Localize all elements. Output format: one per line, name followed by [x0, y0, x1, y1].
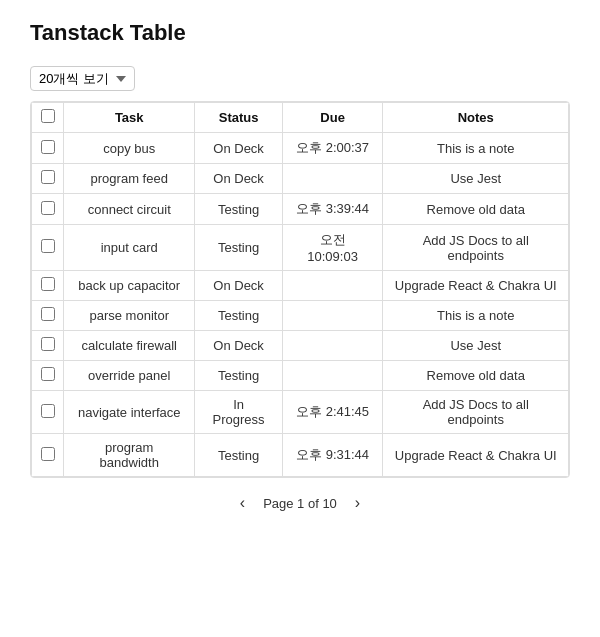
row-checkbox[interactable] — [41, 404, 55, 418]
row-checkbox-cell — [32, 164, 64, 194]
row-checkbox-cell — [32, 225, 64, 271]
cell-due — [282, 361, 383, 391]
cell-status: Testing — [195, 225, 282, 271]
cell-notes: This is a note — [383, 301, 569, 331]
cell-task: parse monitor — [64, 301, 195, 331]
header-due: Due — [282, 103, 383, 133]
pagination-label: Page 1 of 10 — [263, 496, 337, 511]
cell-due: 오전 10:09:03 — [282, 225, 383, 271]
row-checkbox-cell — [32, 434, 64, 477]
cell-due: 오후 2:00:37 — [282, 133, 383, 164]
cell-notes: Upgrade React & Chakra UI — [383, 434, 569, 477]
table-row: input cardTesting오전 10:09:03Add JS Docs … — [32, 225, 569, 271]
header-notes: Notes — [383, 103, 569, 133]
select-all-checkbox[interactable] — [41, 109, 55, 123]
table-row: copy busOn Deck오후 2:00:37This is a note — [32, 133, 569, 164]
cell-task: calculate firewall — [64, 331, 195, 361]
cell-task: program bandwidth — [64, 434, 195, 477]
cell-status: Testing — [195, 434, 282, 477]
cell-task: connect circuit — [64, 194, 195, 225]
row-checkbox-cell — [32, 271, 64, 301]
header-checkbox-cell — [32, 103, 64, 133]
cell-notes: Use Jest — [383, 331, 569, 361]
row-checkbox-cell — [32, 331, 64, 361]
table-row: program bandwidthTesting오후 9:31:44Upgrad… — [32, 434, 569, 477]
cell-notes: Upgrade React & Chakra UI — [383, 271, 569, 301]
data-table: Task Status Due Notes copy busOn Deck오후 … — [31, 102, 569, 477]
cell-status: On Deck — [195, 271, 282, 301]
cell-due: 오후 2:41:45 — [282, 391, 383, 434]
cell-notes: This is a note — [383, 133, 569, 164]
table-header-row: Task Status Due Notes — [32, 103, 569, 133]
cell-due — [282, 331, 383, 361]
row-checkbox-cell — [32, 194, 64, 225]
row-checkbox[interactable] — [41, 447, 55, 461]
page-title: Tanstack Table — [30, 20, 570, 46]
row-checkbox-cell — [32, 361, 64, 391]
cell-task: copy bus — [64, 133, 195, 164]
cell-notes: Remove old data — [383, 194, 569, 225]
cell-due: 오후 3:39:44 — [282, 194, 383, 225]
cell-due — [282, 271, 383, 301]
cell-status: Testing — [195, 361, 282, 391]
row-checkbox[interactable] — [41, 140, 55, 154]
header-status: Status — [195, 103, 282, 133]
table-row: connect circuitTesting오후 3:39:44Remove o… — [32, 194, 569, 225]
cell-status: On Deck — [195, 133, 282, 164]
table-row: parse monitorTestingThis is a note — [32, 301, 569, 331]
row-checkbox[interactable] — [41, 170, 55, 184]
row-checkbox-cell — [32, 301, 64, 331]
row-checkbox[interactable] — [41, 307, 55, 321]
table-wrapper: Task Status Due Notes copy busOn Deck오후 … — [30, 101, 570, 478]
cell-status: In Progress — [195, 391, 282, 434]
cell-status: On Deck — [195, 331, 282, 361]
cell-task: navigate interface — [64, 391, 195, 434]
table-row: program feedOn DeckUse Jest — [32, 164, 569, 194]
cell-task: program feed — [64, 164, 195, 194]
next-page-button[interactable]: › — [349, 492, 366, 514]
row-checkbox[interactable] — [41, 277, 55, 291]
pagination: ‹ Page 1 of 10 › — [30, 492, 570, 514]
cell-due — [282, 164, 383, 194]
row-checkbox-cell — [32, 391, 64, 434]
cell-due: 오후 9:31:44 — [282, 434, 383, 477]
cell-notes: Remove old data — [383, 361, 569, 391]
table-row: navigate interfaceIn Progress오후 2:41:45A… — [32, 391, 569, 434]
prev-page-button[interactable]: ‹ — [234, 492, 251, 514]
cell-due — [282, 301, 383, 331]
header-task: Task — [64, 103, 195, 133]
cell-status: Testing — [195, 194, 282, 225]
table-row: back up capacitorOn DeckUpgrade React & … — [32, 271, 569, 301]
cell-status: Testing — [195, 301, 282, 331]
cell-task: back up capacitor — [64, 271, 195, 301]
cell-notes: Add JS Docs to all endpoints — [383, 225, 569, 271]
page-size-select[interactable]: 10개씩 보기 20개씩 보기 50개씩 보기 — [30, 66, 135, 91]
row-checkbox[interactable] — [41, 201, 55, 215]
row-checkbox[interactable] — [41, 239, 55, 253]
toolbar: 10개씩 보기 20개씩 보기 50개씩 보기 — [30, 66, 570, 91]
row-checkbox[interactable] — [41, 337, 55, 351]
cell-notes: Add JS Docs to all endpoints — [383, 391, 569, 434]
cell-task: input card — [64, 225, 195, 271]
cell-notes: Use Jest — [383, 164, 569, 194]
table-row: override panelTestingRemove old data — [32, 361, 569, 391]
cell-status: On Deck — [195, 164, 282, 194]
table-row: calculate firewallOn DeckUse Jest — [32, 331, 569, 361]
row-checkbox-cell — [32, 133, 64, 164]
row-checkbox[interactable] — [41, 367, 55, 381]
cell-task: override panel — [64, 361, 195, 391]
